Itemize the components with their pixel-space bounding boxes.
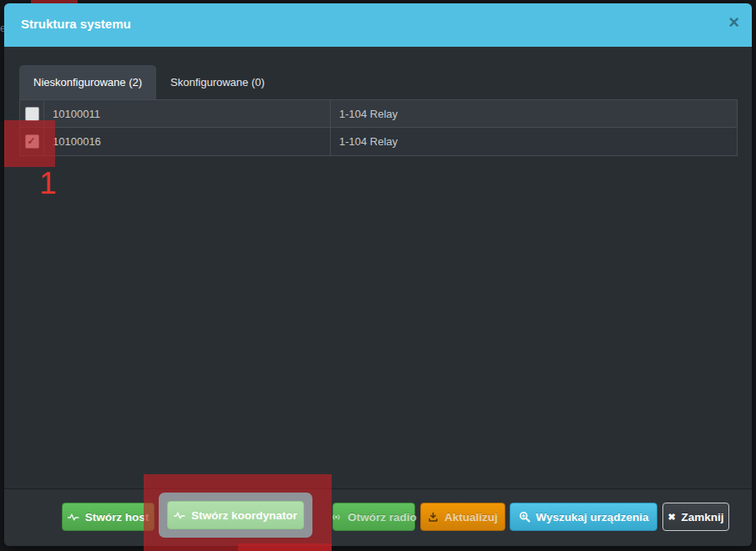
device-id: 10100011 <box>43 100 331 127</box>
button-label: Stwórz koordynator <box>191 509 297 522</box>
close-button[interactable]: ✖ Zamknij <box>662 503 729 531</box>
button-label: Stwórz host <box>85 511 150 523</box>
annotation-red-box-checkbox <box>4 120 55 167</box>
row1-checkbox[interactable] <box>25 107 39 121</box>
broadcast-icon <box>331 512 342 523</box>
tab-nieskonfigurowane[interactable]: Nieskonfigurowane (2) <box>19 65 156 99</box>
system-structure-dialog: Struktura systemu × Nieskonfigurowane (2… <box>4 3 752 546</box>
tab-bar: Nieskonfigurowane (2) Skonfigurowane (0) <box>19 65 738 99</box>
zoom-in-icon <box>519 511 530 523</box>
update-button[interactable]: Aktualizuj <box>420 503 505 531</box>
search-devices-button[interactable]: Wyszukaj urządzenia <box>510 503 657 531</box>
button-label: Wyszukaj urządzenia <box>536 511 649 523</box>
annotation-step-number: 1 <box>39 168 57 199</box>
download-icon <box>428 512 439 523</box>
button-label: Zamknij <box>682 511 724 523</box>
button-label: Aktualizuj <box>444 511 498 523</box>
annotation-red-fragment-bottom <box>238 543 332 551</box>
annotation-red-fragment-top <box>31 0 78 3</box>
pulse-icon <box>68 512 79 522</box>
device-id: 10100016 <box>43 128 331 155</box>
device-model: 1-104 Relay <box>331 128 737 155</box>
x-icon: ✖ <box>667 512 675 523</box>
device-model: 1-104 Relay <box>331 100 737 127</box>
pulse-icon <box>174 510 185 520</box>
dialog-title: Struktura systemu <box>21 17 131 31</box>
tab-skonfigurowane[interactable]: Skonfigurowane (0) <box>156 65 279 99</box>
button-label: Otwórz radio <box>348 511 417 523</box>
create-coordinator-button[interactable]: Stwórz koordynator <box>167 501 304 529</box>
open-radio-button[interactable]: Otwórz radio <box>332 503 415 531</box>
dialog-footer: Stwórz host Stwórz koordynator Otwórz ra… <box>4 488 752 546</box>
close-icon[interactable]: × <box>728 13 739 32</box>
create-host-button[interactable]: Stwórz host <box>62 503 155 531</box>
table-row[interactable]: 10100011 1-104 Relay <box>19 99 738 128</box>
table-row[interactable]: 10100016 1-104 Relay <box>19 128 738 156</box>
annotation-highlight-frame: Stwórz koordynator <box>159 493 312 538</box>
device-table: 10100011 1-104 Relay 10100016 1-104 Rela… <box>19 99 738 156</box>
dialog-header: Struktura systemu × <box>4 3 752 47</box>
